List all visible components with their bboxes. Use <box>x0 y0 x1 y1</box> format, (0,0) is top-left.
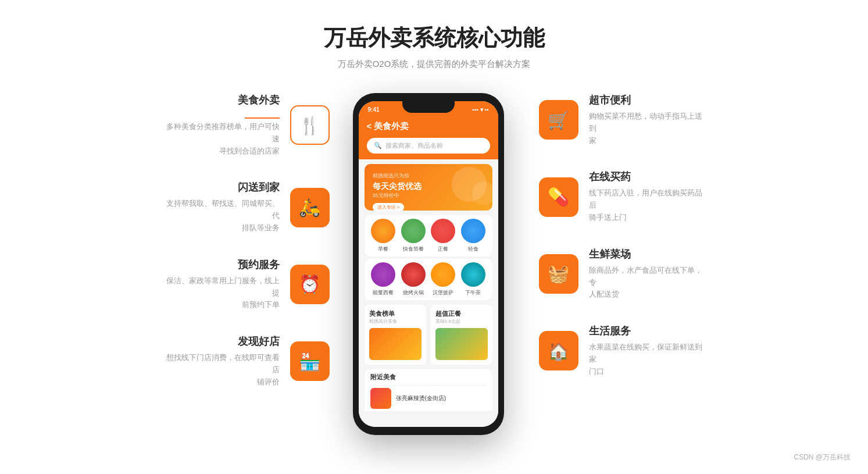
phone-list-card-1-img <box>435 328 488 360</box>
phone-list-card-0-sub: 精挑高分美食 <box>369 318 422 325</box>
discover-store-desc: 想找线下门店消费，在线即可查看店铺评价 <box>163 352 280 388</box>
cat-breakfast-label: 早餐 <box>378 245 388 253</box>
cat-breakfast-icon <box>371 219 395 243</box>
phone-search-bar[interactable]: 🔍 搜索商家、商品名称 <box>367 138 490 154</box>
cat-light-label: 轻食 <box>468 245 478 253</box>
features-right: 🛒 超市便利 购物买菜不用愁，动动手指马上送到家 💊 在线买药 线下药店入驻，用… <box>510 93 834 378</box>
phone-list-card-1: 超值正餐 美味9.9元起 <box>431 305 492 365</box>
cat-energy-label: 能量西餐 <box>373 289 394 297</box>
cat-main-label: 正餐 <box>438 245 448 253</box>
cat-main-icon <box>431 219 455 243</box>
cat-pizza-icon <box>431 262 455 287</box>
food-delivery-desc: 多种美食分类推荐榜单，用户可快速寻找到合适的店家 <box>163 121 280 157</box>
feature-supermarket: 🛒 超市便利 购物买菜不用愁，动动手指马上送到家 <box>539 93 705 147</box>
food-delivery-title: 美食外卖 <box>163 93 280 107</box>
phone-header-title: < 美食外卖 <box>367 121 409 132</box>
feature-fresh-market: 🧺 生鲜菜场 除商品外，水产食品可在线下单，专人配送货 <box>539 247 705 301</box>
pharmacy-text: 在线买药 线下药店入驻，用户在线购买药品后骑手送上门 <box>589 170 705 223</box>
cat-afternoon-icon <box>461 262 485 287</box>
attribution: CSDN @万岳科技 <box>794 452 851 462</box>
cat-main: 正餐 <box>430 219 457 253</box>
page-title: 万岳外卖系统核心功能 <box>324 23 545 53</box>
cat-light: 轻食 <box>460 219 487 253</box>
feature-food-delivery: 🍴 美食外卖 多种美食分类推荐榜单，用户可快速寻找到合适的店家 <box>163 93 330 157</box>
fresh-market-icon-box: 🧺 <box>539 254 578 294</box>
life-service-icon-box: 🏠 <box>539 331 578 370</box>
discover-store-text: 发现好店 想找线下门店消费，在线即可查看店铺评价 <box>163 334 280 388</box>
life-service-title: 生活服务 <box>589 324 705 338</box>
phone-signal: ▪▪▪ ▾ ▪▪ <box>472 106 488 113</box>
phone-categories-row1: 早餐 快食简餐 正餐 轻食 <box>365 215 492 256</box>
phone-search-area: 🔍 搜索商家、商品名称 <box>359 138 498 159</box>
cat-afternoon-label: 下午茶 <box>465 289 481 297</box>
phone-time: 9:41 <box>368 106 380 113</box>
active-underline <box>245 117 280 119</box>
phone-categories-row2: 能量西餐 烧烤火锅 汉堡披萨 下午茶 <box>365 259 492 300</box>
phone-nearby-name-0: 张亮麻辣烫(金街店) <box>396 394 446 402</box>
page-subtitle: 万岳外卖O2O系统，提供完善的外卖平台解决方案 <box>338 59 531 70</box>
phone-header: < 美食外卖 <box>359 117 498 138</box>
phone-screen: 9:41 ▪▪▪ ▾ ▪▪ < 美食外卖 🔍 搜索商家、商品名称 <box>359 101 498 427</box>
flash-delivery-desc: 支持帮我取、帮找送、同城帮买、代排队等业务 <box>163 198 280 234</box>
main-content: 🍴 美食外卖 多种美食分类推荐榜单，用户可快速寻找到合适的店家 🛵 闪送到家 支… <box>35 93 833 435</box>
phone-list-card-0: 美食榜单 精挑高分美食 <box>365 305 426 365</box>
discover-store-icon-box: 🏪 <box>290 341 330 381</box>
fresh-market-desc: 除商品外，水产食品可在线下单，专人配送货 <box>589 265 705 301</box>
cat-pizza-label: 汉堡披萨 <box>433 289 453 297</box>
flash-delivery-text: 闪送到家 支持帮我取、帮找送、同城帮买、代排队等业务 <box>163 180 280 234</box>
reservation-desc: 保洁、家政等常用上门服务，线上提前预约下单 <box>163 275 280 311</box>
phone-list-card-0-img <box>369 328 422 360</box>
phone-mockup-container: 9:41 ▪▪▪ ▾ ▪▪ < 美食外卖 🔍 搜索商家、商品名称 <box>347 93 510 435</box>
cat-fast-label: 快食简餐 <box>403 245 424 253</box>
flash-delivery-icon-box: 🛵 <box>290 188 330 227</box>
supermarket-title: 超市便利 <box>589 93 705 107</box>
cat-breakfast: 早餐 <box>370 219 397 253</box>
cat-energy: 能量西餐 <box>370 262 397 297</box>
phone-list-card-1-title: 超值正餐 <box>435 309 488 318</box>
cat-fast: 快食简餐 <box>400 219 427 253</box>
feature-life-service: 🏠 生活服务 水果蔬菜在线购买，保证新鲜送到家门口 <box>539 324 705 377</box>
cat-energy-icon <box>371 262 395 287</box>
reservation-icon-box: ⏰ <box>290 265 330 304</box>
phone-list-card-0-title: 美食榜单 <box>369 309 422 318</box>
flash-delivery-title: 闪送到家 <box>163 180 280 194</box>
fresh-market-title: 生鲜菜场 <box>589 247 705 261</box>
phone-body: 精挑细选只为你 每天尖货优选 35元特价中 进入专区 > 早餐 快 <box>359 159 498 427</box>
phone-nearby-img-0 <box>370 388 391 409</box>
phone-nearby: 附近美食 张亮麻辣烫(金街店) <box>365 369 492 411</box>
supermarket-desc: 购物买菜不用愁，动动手指马上送到家 <box>589 111 705 147</box>
supermarket-icon-box: 🛒 <box>539 100 578 140</box>
pharmacy-title: 在线买药 <box>589 170 705 184</box>
food-delivery-text: 美食外卖 多种美食分类推荐榜单，用户可快速寻找到合适的店家 <box>163 93 280 157</box>
cat-afternoon: 下午茶 <box>460 262 487 297</box>
phone-banner-decor2 <box>472 181 492 205</box>
search-icon: 🔍 <box>374 142 382 149</box>
cat-fast-icon <box>401 219 426 243</box>
reservation-text: 预约服务 保洁、家政等常用上门服务，线上提前预约下单 <box>163 258 280 311</box>
feature-pharmacy: 💊 在线买药 线下药店入驻，用户在线购买药品后骑手送上门 <box>539 170 705 223</box>
phone-list-section: 美食榜单 精挑高分美食 超值正餐 美味9.9元起 <box>359 305 498 365</box>
feature-discover-store: 🏪 发现好店 想找线下门店消费，在线即可查看店铺评价 <box>163 334 330 388</box>
phone-search-placeholder: 搜索商家、商品名称 <box>385 141 443 150</box>
fresh-market-text: 生鲜菜场 除商品外，水产食品可在线下单，专人配送货 <box>589 247 705 301</box>
pharmacy-icon-box: 💊 <box>539 177 578 217</box>
cat-light-icon <box>461 219 485 243</box>
phone-nearby-item-0: 张亮麻辣烫(金街店) <box>370 385 487 411</box>
cat-hotpot: 烧烤火锅 <box>400 262 427 297</box>
life-service-desc: 水果蔬菜在线购买，保证新鲜送到家门口 <box>589 341 705 377</box>
phone-banner-btn[interactable]: 进入专区 > <box>373 203 405 211</box>
food-delivery-icon-box: 🍴 <box>290 105 330 145</box>
discover-store-title: 发现好店 <box>163 334 280 348</box>
reservation-title: 预约服务 <box>163 258 280 272</box>
phone-banner: 精挑细选只为你 每天尖货优选 35元特价中 进入专区 > <box>365 164 492 211</box>
features-left: 🍴 美食外卖 多种美食分类推荐榜单，用户可快速寻找到合适的店家 🛵 闪送到家 支… <box>35 93 347 389</box>
supermarket-text: 超市便利 购物买菜不用愁，动动手指马上送到家 <box>589 93 705 147</box>
cat-hotpot-label: 烧烤火锅 <box>403 289 424 297</box>
cat-hotpot-icon <box>401 262 426 287</box>
cat-pizza: 汉堡披萨 <box>430 262 457 297</box>
phone-nearby-title: 附近美食 <box>370 373 487 382</box>
life-service-text: 生活服务 水果蔬菜在线购买，保证新鲜送到家门口 <box>589 324 705 377</box>
feature-flash-delivery: 🛵 闪送到家 支持帮我取、帮找送、同城帮买、代排队等业务 <box>163 180 330 234</box>
phone-notch <box>402 101 455 113</box>
pharmacy-desc: 线下药店入驻，用户在线购买药品后骑手送上门 <box>589 187 705 223</box>
